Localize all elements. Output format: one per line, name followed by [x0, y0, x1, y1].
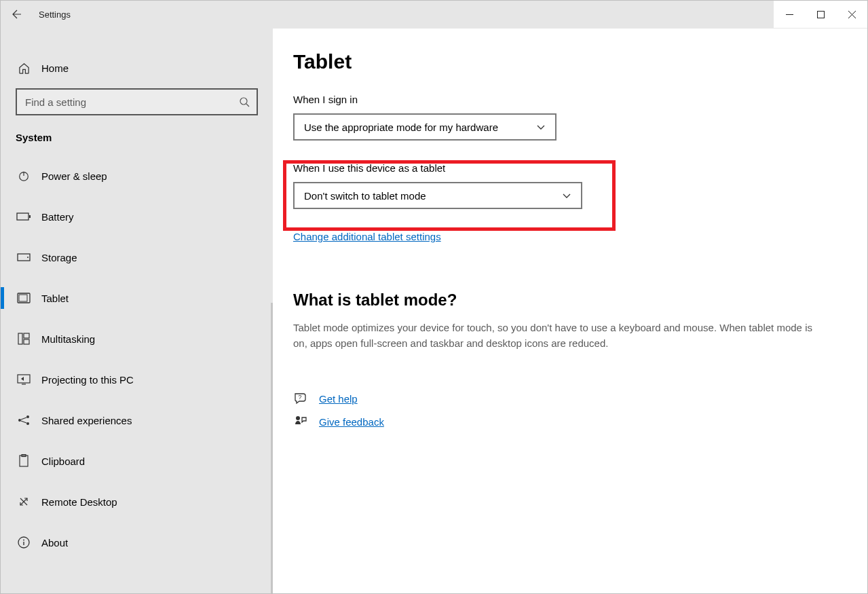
what-is-heading: What is tablet mode? — [293, 291, 842, 310]
svg-point-6 — [27, 257, 29, 258]
svg-point-19 — [23, 540, 24, 541]
svg-rect-0 — [817, 11, 824, 18]
clipboard-icon — [16, 453, 32, 469]
sidebar-item-label: Shared experiences — [41, 415, 132, 426]
minimize-button[interactable] — [774, 1, 805, 28]
sidebar-scrollbar[interactable] — [271, 303, 273, 593]
search-input[interactable] — [16, 88, 258, 115]
sidebar-item-about[interactable]: About — [1, 522, 273, 563]
sidebar-section-header: System — [1, 132, 273, 143]
tablet-use-select-value: Don't switch to tablet mode — [304, 190, 426, 202]
sidebar-item-label: About — [41, 537, 68, 549]
close-icon — [848, 11, 856, 18]
sidebar-item-label: Tablet — [41, 293, 69, 304]
content-pane: Tablet When I sign in Use the appropriat… — [273, 29, 867, 593]
svg-rect-11 — [24, 339, 29, 344]
svg-point-21 — [296, 416, 300, 420]
sidebar-item-label: Remote Desktop — [41, 496, 117, 508]
get-help-link[interactable]: Get help — [319, 393, 358, 405]
sidebar-item-label: Projecting to this PC — [41, 374, 134, 386]
projecting-icon — [16, 371, 32, 388]
minimize-icon — [786, 11, 793, 18]
svg-rect-10 — [24, 333, 29, 338]
svg-point-13 — [18, 419, 21, 422]
titlebar: Settings — [1, 1, 867, 29]
tablet-use-select[interactable]: Don't switch to tablet mode — [293, 182, 582, 209]
sidebar-item-projecting[interactable]: Projecting to this PC — [1, 359, 273, 400]
search-icon — [239, 96, 250, 107]
sidebar-item-clipboard[interactable]: Clipboard — [1, 441, 273, 481]
sidebar-item-multitasking[interactable]: Multitasking — [1, 318, 273, 359]
remote-icon — [16, 494, 32, 510]
help-icon: ? — [293, 392, 308, 405]
sidebar-item-tablet[interactable]: Tablet — [1, 278, 273, 318]
sidebar-item-label: Storage — [41, 252, 77, 263]
about-icon — [16, 534, 32, 551]
svg-point-14 — [26, 415, 29, 418]
sidebar-item-battery[interactable]: Battery — [1, 196, 273, 237]
page-title: Tablet — [293, 50, 842, 73]
sidebar-item-storage[interactable]: Storage — [1, 237, 273, 278]
close-button[interactable] — [836, 1, 867, 28]
maximize-button[interactable] — [805, 1, 836, 28]
what-is-body: Tablet mode optimizes your device for to… — [293, 320, 823, 351]
sidebar-item-power-sleep[interactable]: Power & sleep — [1, 155, 273, 196]
storage-icon — [16, 249, 32, 265]
sidebar-home[interactable]: Home — [1, 48, 273, 88]
arrow-left-icon — [12, 9, 22, 20]
svg-rect-9 — [18, 333, 22, 344]
svg-rect-3 — [17, 213, 29, 220]
tablet-icon — [16, 290, 32, 306]
svg-text:?: ? — [298, 394, 301, 401]
power-icon — [16, 168, 32, 184]
signin-label: When I sign in — [293, 94, 842, 105]
signin-select-value: Use the appropriate mode for my hardware — [304, 122, 498, 133]
tablet-use-label: When I use this device as a tablet — [293, 162, 842, 174]
sidebar-item-label: Clipboard — [41, 456, 85, 467]
home-icon — [16, 60, 32, 76]
multitasking-icon — [16, 331, 32, 347]
chevron-down-icon — [536, 124, 546, 130]
sidebar-item-label: Power & sleep — [41, 170, 107, 182]
maximize-icon — [817, 11, 825, 18]
sidebar: Home System Power & sleep Battery — [1, 29, 273, 593]
sidebar-home-label: Home — [41, 62, 69, 74]
sidebar-item-label: Battery — [41, 211, 74, 223]
svg-point-15 — [26, 422, 29, 425]
shared-icon — [16, 412, 32, 428]
battery-icon — [16, 208, 32, 225]
sidebar-item-remote[interactable]: Remote Desktop — [1, 481, 273, 522]
svg-rect-4 — [29, 215, 31, 218]
chevron-down-icon — [562, 192, 571, 199]
window-title: Settings — [33, 10, 71, 20]
change-tablet-settings-link[interactable]: Change additional tablet settings — [293, 231, 441, 242]
svg-point-1 — [240, 98, 247, 105]
signin-select[interactable]: Use the appropriate mode for my hardware — [293, 113, 556, 141]
give-feedback-link[interactable]: Give feedback — [319, 416, 384, 428]
feedback-icon — [293, 415, 308, 428]
sidebar-item-shared[interactable]: Shared experiences — [1, 400, 273, 441]
sidebar-item-label: Multitasking — [41, 333, 95, 345]
svg-rect-8 — [19, 295, 27, 301]
back-button[interactable] — [1, 9, 33, 20]
svg-rect-16 — [20, 456, 28, 466]
